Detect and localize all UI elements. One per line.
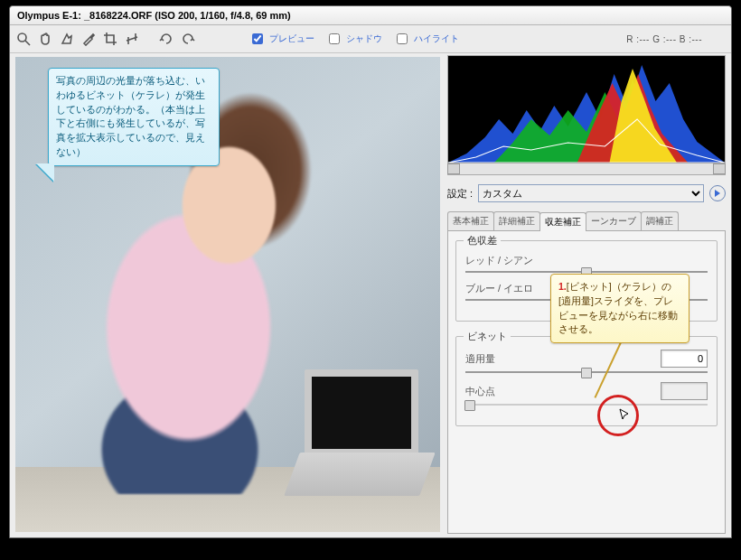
tab-curve[interactable]: ーンカーブ: [586, 211, 642, 230]
wb-icon[interactable]: [59, 31, 75, 47]
settings-label: 設定 :: [447, 187, 473, 201]
annotation-text: [ビネット]（ケラレ）の[適用量]スライダを、プレビューを見ながら右に移動させる…: [558, 281, 678, 334]
histogram-scrollbar[interactable]: [447, 163, 726, 175]
toolbar: プレビュー シャドウ ハイライト R :--- G :--- B :---: [10, 25, 731, 53]
rotate-cw-icon[interactable]: [180, 31, 196, 47]
highlight-check-input[interactable]: [397, 33, 408, 44]
tab-detail[interactable]: 詳細補正: [493, 211, 540, 230]
vignette-amount-slider[interactable]: [465, 371, 708, 373]
highlight-check-label: ハイライト: [414, 33, 459, 45]
straighten-icon[interactable]: [124, 31, 140, 47]
window-title: Olympus E-1: _8168224.ORF (ISO 200, 1/16…: [17, 10, 291, 21]
vignette-amount-label: 適用量: [465, 352, 538, 366]
titlebar: Olympus E-1: _8168224.ORF (ISO 200, 1/16…: [10, 6, 731, 25]
app-window: Olympus E-1: _8168224.ORF (ISO 200, 1/16…: [9, 5, 732, 538]
vignette-legend: ビネット: [464, 330, 511, 343]
rotate-ccw-icon[interactable]: [158, 31, 174, 47]
red-cyan-label: レッド / シアン: [465, 254, 538, 267]
vignette-midpoint-slider: [465, 404, 708, 406]
tab-lens[interactable]: 収差補正: [539, 212, 586, 231]
svg-line-1: [25, 41, 30, 45]
red-cyan-row: レッド / シアン: [465, 254, 708, 267]
preview-check-input[interactable]: [252, 33, 263, 44]
shadow-check-label: シャドウ: [346, 33, 382, 45]
tabs: 基本補正 詳細補正 収差補正 ーンカーブ 調補正: [447, 211, 726, 231]
preview-check-label: プレビュー: [269, 33, 314, 45]
crop-icon[interactable]: [102, 31, 118, 47]
svg-point-0: [18, 33, 26, 42]
rgb-readout: R :--- G :--- B :---: [626, 34, 702, 44]
annotation-number: 1.: [558, 281, 567, 292]
annotation-callout-blue: 写真の周辺の光量が落ち込む、いわゆるビネット（ケラレ）が発生しているのがわかる。…: [48, 68, 220, 166]
cursor-icon: [618, 407, 633, 424]
zoom-icon[interactable]: [15, 31, 32, 47]
annotation-callout-yellow: 1.[ビネット]（ケラレ）の[適用量]スライダを、プレビューを見ながら右に移動さ…: [550, 274, 689, 343]
red-cyan-slider[interactable]: [465, 271, 708, 273]
hand-icon[interactable]: [37, 31, 53, 47]
blue-yellow-label: ブルー / イエロ: [465, 282, 538, 295]
vignette-group: ビネット 適用量 中心点: [455, 336, 718, 426]
red-cyan-slider-row: [465, 271, 708, 273]
shadow-check-input[interactable]: [329, 33, 340, 44]
histogram[interactable]: [447, 55, 726, 163]
highlight-checkbox[interactable]: ハイライト: [393, 31, 459, 47]
chromatic-legend: 色収差: [464, 234, 501, 247]
vignette-midpoint-slider-row: [465, 404, 708, 406]
preview-image[interactable]: 写真の周辺の光量が落ち込む、いわゆるビネット（ケラレ）が発生しているのがわかる。…: [15, 57, 440, 532]
vignette-midpoint-row: 中心点: [465, 382, 708, 400]
tab-calibrate[interactable]: 調補正: [641, 211, 679, 230]
settings-dropdown[interactable]: カスタム: [478, 184, 704, 202]
sample-icon[interactable]: [80, 31, 97, 47]
vignette-midpoint-label: 中心点: [465, 385, 538, 398]
vignette-amount-input[interactable]: [661, 350, 708, 368]
settings-row: 設定 : カスタム: [447, 184, 726, 202]
apply-preset-button[interactable]: [709, 185, 726, 201]
vignette-amount-row: 適用量: [465, 350, 708, 368]
vignette-amount-slider-row: [465, 371, 708, 373]
tab-basic[interactable]: 基本補正: [447, 211, 494, 230]
preview-checkbox[interactable]: プレビュー: [249, 31, 314, 47]
vignette-midpoint-input: [661, 382, 708, 400]
shadow-checkbox[interactable]: シャドウ: [325, 31, 382, 47]
laptop-in-photo: [283, 369, 427, 496]
